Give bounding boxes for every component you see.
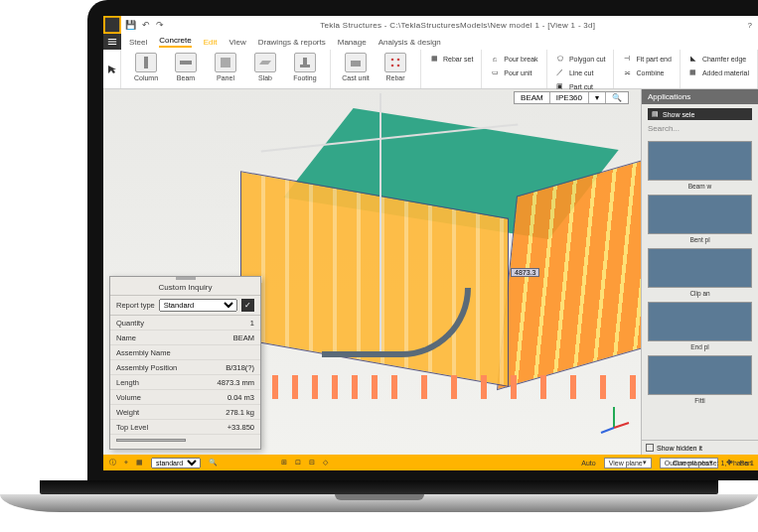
- svg-rect-2: [180, 61, 192, 65]
- ribbon-group-parts: Column Beam Panel Slab Footing: [121, 50, 331, 88]
- selection-arrow-icon[interactable]: [103, 50, 121, 88]
- cast-unit-button[interactable]: Cast unit: [339, 53, 373, 81]
- search-profile-icon[interactable]: 🔍: [606, 92, 628, 103]
- undo-icon[interactable]: ↶: [142, 20, 150, 30]
- snap-toggle-icon[interactable]: ⊟: [309, 459, 315, 466]
- status-info-icon[interactable]: ⓘ: [109, 458, 116, 467]
- auto-label: Auto: [581, 460, 595, 466]
- checkbox-icon[interactable]: [646, 444, 654, 452]
- svg-rect-5: [300, 65, 310, 67]
- menu-tabs: Steel Concrete Edit View Drawings & repo…: [103, 34, 758, 50]
- inquiry-title: Custom Inquiry: [110, 280, 260, 296]
- inquiry-row: Assembly PositionB/318(?): [110, 360, 260, 375]
- laptop-base: [0, 480, 758, 532]
- ribbon-group-cut: ⬠Polygon cut ／Line cut ▣Part cut: [547, 50, 615, 88]
- status-grid-icon[interactable]: ▦: [136, 459, 143, 466]
- dimension-tag: 4873.3: [511, 268, 539, 277]
- footing-button[interactable]: Footing: [288, 53, 322, 81]
- fit-part-end-button[interactable]: ⊣Fit part end: [622, 54, 671, 64]
- svg-line-13: [601, 428, 614, 433]
- window-title: Tekla Structures - C:\TeklaStructuresMod…: [168, 21, 748, 30]
- slab-button[interactable]: Slab: [248, 53, 282, 81]
- report-type-row: Report type Standard ✓: [110, 296, 260, 316]
- tab-concrete[interactable]: Concrete: [159, 36, 191, 48]
- polygon-cut-button[interactable]: ⬠Polygon cut: [555, 54, 606, 64]
- profile-size[interactable]: IPE360: [550, 92, 589, 103]
- component-thumb[interactable]: End pl: [648, 302, 752, 341]
- inquiry-row: NameBEAM: [110, 331, 260, 345]
- chamfer-edge-button[interactable]: ◣Chamfer edge: [688, 54, 749, 64]
- view-settings-select[interactable]: standard: [151, 458, 201, 468]
- foundation-piles: [252, 359, 650, 399]
- profile-type[interactable]: BEAM: [515, 92, 550, 103]
- status-bar: ⓘ ⌖ ▦ standard 🔍 ⊞ ⊡ ⊟ ◇ Auto View plane…: [103, 455, 758, 470]
- ribbon-group-cast: Cast unit Rebar: [331, 50, 421, 88]
- rebar-set-button[interactable]: ▦Rebar set: [429, 54, 473, 64]
- ribbon: Column Beam Panel Slab Footing Cast unit…: [103, 50, 758, 89]
- svg-point-9: [391, 65, 394, 67]
- svg-rect-4: [303, 58, 307, 65]
- tab-drawings[interactable]: Drawings & reports: [258, 38, 326, 47]
- report-type-label: Report type: [116, 301, 155, 310]
- rebar-button[interactable]: Rebar: [379, 53, 412, 81]
- title-bar: 💾 ↶ ↷ Tekla Structures - C:\TeklaStructu…: [103, 16, 758, 34]
- status-coord-icon[interactable]: ⌖: [124, 459, 128, 466]
- save-icon[interactable]: 💾: [125, 20, 136, 30]
- component-search[interactable]: Search...: [648, 124, 752, 133]
- snap-toggle-icon[interactable]: ⊡: [295, 459, 301, 466]
- tab-edit[interactable]: Edit: [204, 38, 218, 47]
- inquiry-row: Weight278.1 kg: [110, 405, 260, 420]
- combine-button[interactable]: ⫘Combine: [622, 67, 671, 77]
- view-plane-select[interactable]: View plane ▾: [604, 458, 652, 468]
- tab-manage[interactable]: Manage: [338, 38, 367, 47]
- component-thumb[interactable]: Clip an: [648, 248, 752, 288]
- ribbon-group-pour: ⎌Pour break ▭Pour unit: [482, 50, 546, 88]
- added-material-button[interactable]: ▦Added material: [688, 67, 749, 77]
- component-thumb[interactable]: Fitti: [648, 355, 752, 395]
- quick-access: 💾 ↶ ↷: [121, 20, 168, 30]
- component-thumb[interactable]: Bent pl: [648, 195, 752, 234]
- beam-button[interactable]: Beam: [169, 53, 203, 81]
- svg-point-7: [391, 59, 394, 62]
- inquiry-row: Quantity1: [110, 316, 260, 331]
- column-button[interactable]: Column: [129, 53, 163, 81]
- pour-unit-button[interactable]: ▭Pour unit: [490, 67, 537, 77]
- svg-rect-6: [351, 61, 361, 66]
- applications-title: Applications: [642, 89, 758, 104]
- svg-point-8: [397, 59, 400, 62]
- tab-steel[interactable]: Steel: [129, 38, 147, 47]
- line-cut-button[interactable]: ／Line cut: [555, 67, 606, 77]
- app-window: 💾 ↶ ↷ Tekla Structures - C:\TeklaStructu…: [103, 16, 758, 470]
- svg-rect-1: [144, 57, 148, 68]
- tab-view[interactable]: View: [229, 38, 246, 47]
- report-type-select[interactable]: Standard: [159, 299, 237, 312]
- dropdown-icon[interactable]: ▾: [589, 92, 606, 103]
- tab-analysis[interactable]: Analysis & design: [379, 38, 441, 47]
- redo-icon[interactable]: ↷: [156, 20, 164, 30]
- applications-panel: Applications ▤ Show sele Search... Beam …: [641, 89, 758, 455]
- inquiry-row: Length4873.3 mm: [110, 375, 260, 390]
- profile-selector[interactable]: BEAM IPE360 ▾ 🔍: [514, 91, 629, 104]
- transparency-slider[interactable]: [110, 435, 260, 449]
- snap-toggle-icon[interactable]: ⊞: [281, 459, 287, 466]
- show-hidden-toggle[interactable]: Show hidden it: [642, 440, 758, 455]
- show-selection-button[interactable]: ▤ Show sele: [648, 108, 752, 120]
- status-zoom-icon[interactable]: 🔍: [209, 459, 218, 466]
- laptop-frame: 💾 ↶ ↷ Tekla Structures - C:\TeklaStructu…: [0, 0, 758, 532]
- side-toggle-icon[interactable]: [103, 34, 121, 50]
- app-icon[interactable]: [103, 16, 121, 34]
- svg-point-10: [397, 65, 400, 67]
- report-enabled-checkbox[interactable]: ✓: [241, 299, 254, 312]
- ribbon-group-fit: ⊣Fit part end ⫘Combine: [614, 50, 680, 88]
- component-thumb[interactable]: Beam w: [648, 141, 752, 181]
- pour-break-button[interactable]: ⎌Pour break: [490, 54, 537, 64]
- help-icon[interactable]: ?: [748, 21, 758, 30]
- svg-rect-14: [176, 277, 196, 280]
- svg-rect-0: [105, 18, 119, 32]
- panel-button[interactable]: Panel: [209, 53, 242, 81]
- axis-gizmo[interactable]: [597, 401, 631, 435]
- current-phase-label[interactable]: Current phase: 1, Phase 1: [673, 460, 754, 466]
- snap-toggle-icon[interactable]: ◇: [323, 459, 328, 466]
- ribbon-group-rebar-set: ▦Rebar set: [421, 50, 482, 88]
- custom-inquiry-panel[interactable]: Custom Inquiry Report type Standard ✓ Qu…: [109, 276, 261, 450]
